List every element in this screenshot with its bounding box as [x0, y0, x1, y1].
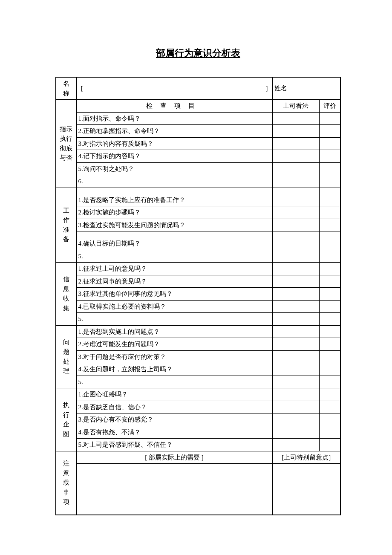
check-item: 1.征求过上司的意见吗？ — [76, 263, 272, 275]
boss-view-cell — [272, 313, 319, 326]
check-item: 1.面对指示、命令吗？ — [76, 112, 272, 125]
analysis-table: 名称[]姓名指示执行彻底与否检查项目上司看法评价1.面对指示、命令吗？2.正确地… — [55, 77, 341, 515]
check-item: 4.已取得实施上必要的资料吗？ — [76, 300, 272, 313]
eval-cell — [319, 376, 340, 388]
footer-right-body — [272, 464, 340, 515]
page-title: 部属行为意识分析表 — [55, 47, 341, 60]
boss-view-cell — [272, 231, 319, 250]
eval-cell — [319, 175, 340, 188]
eval-cell — [319, 231, 340, 250]
eval-cell — [319, 137, 340, 150]
eval-cell — [319, 439, 340, 451]
eval-cell — [319, 388, 340, 401]
check-item: 3.是否内心有不安的感觉？ — [76, 413, 272, 426]
eval-cell — [319, 413, 340, 426]
boss-view-cell — [272, 376, 319, 388]
footer-right-header: [上司特别留意点] — [272, 451, 340, 464]
check-item: 1.企图心旺盛吗？ — [76, 388, 272, 401]
check-item: 2.考虑过可能发生的问题吗？ — [76, 338, 272, 351]
eval-cell — [319, 125, 340, 138]
check-item: 5.询问不明之处吗？ — [76, 162, 272, 175]
eval-cell — [319, 112, 340, 125]
eval-cell — [319, 188, 340, 206]
eval-cell — [319, 150, 340, 163]
eval-cell — [319, 363, 340, 376]
boss-view-cell — [272, 325, 319, 338]
eval-cell — [319, 313, 340, 326]
boss-view-cell — [272, 219, 319, 231]
eval-cell — [319, 401, 340, 413]
boss-view-cell — [272, 439, 319, 451]
check-item: 4.发生问题时，立刻报告上司吗？ — [76, 363, 272, 376]
check-item: 3.对指示的内容有质疑吗？ — [76, 137, 272, 150]
check-item: 1.是否忽略了实施上应有的准备工作？ — [76, 188, 272, 206]
check-item: 6. — [76, 175, 272, 188]
check-item: 5.对上司是否感到怀疑、不信任？ — [76, 439, 272, 451]
boss-view-cell — [272, 300, 319, 313]
eval-cell — [319, 426, 340, 439]
boss-view-cell — [272, 175, 319, 188]
check-item: 2.检讨实施的步骤吗？ — [76, 206, 272, 219]
eval-cell — [319, 263, 340, 275]
check-item: 3.对于问题是否有应付的对策？ — [76, 350, 272, 363]
boss-view-cell — [272, 250, 319, 263]
boss-view-cell — [272, 350, 319, 363]
boss-view-cell — [272, 338, 319, 351]
section-label: 执行企图 — [56, 388, 76, 451]
eval-cell — [319, 338, 340, 351]
boss-view-cell — [272, 426, 319, 439]
footer-left-body — [76, 464, 272, 515]
boss-view-cell — [272, 275, 319, 288]
boss-view-cell — [272, 162, 319, 175]
boss-view-cell — [272, 188, 319, 206]
header-name-value: [] — [76, 77, 272, 100]
eval-cell — [319, 162, 340, 175]
boss-view-cell — [272, 125, 319, 138]
boss-view-cell — [272, 263, 319, 275]
check-item: 5. — [76, 250, 272, 263]
col-eval: 评价 — [319, 100, 340, 113]
eval-cell — [319, 219, 340, 231]
header-name-label: 名称 — [56, 77, 76, 100]
eval-cell — [319, 350, 340, 363]
header-person-label: 姓名 — [272, 77, 340, 100]
check-item: 5. — [76, 313, 272, 326]
eval-cell — [319, 325, 340, 338]
check-item: 1.是否想到实施上的问题点？ — [76, 325, 272, 338]
boss-view-cell — [272, 388, 319, 401]
check-item: 4.是否有抱怨、不满？ — [76, 426, 272, 439]
boss-view-cell — [272, 413, 319, 426]
check-item: 3.检查过实施可能发生问题的情况吗？ — [76, 219, 272, 231]
col-check: 检查项目 — [76, 100, 272, 113]
section-label: 信息收集 — [56, 263, 76, 326]
eval-cell — [319, 288, 340, 301]
check-item: 5. — [76, 376, 272, 388]
eval-cell — [319, 275, 340, 288]
footer-label: 注意载事项 — [56, 451, 76, 515]
check-item: 3.征求过其他单位同事的意见吗？ — [76, 288, 272, 301]
footer-left-header: [ 部属实际上的需要 ] — [76, 451, 272, 464]
check-item: 4.确认目标的日期吗？ — [76, 231, 272, 250]
boss-view-cell — [272, 112, 319, 125]
section-label: 指示执行彻底与否 — [56, 100, 76, 188]
boss-view-cell — [272, 206, 319, 219]
col-boss: 上司看法 — [272, 100, 319, 113]
boss-view-cell — [272, 288, 319, 301]
boss-view-cell — [272, 150, 319, 163]
boss-view-cell — [272, 363, 319, 376]
check-item: 4.记下指示的内容吗？ — [76, 150, 272, 163]
check-item: 2.是否缺乏自信、信心？ — [76, 401, 272, 413]
boss-view-cell — [272, 137, 319, 150]
document-page: 部属行为意识分析表 名称[]姓名指示执行彻底与否检查项目上司看法评价1.面对指示… — [0, 0, 392, 515]
check-item: 2.正确地掌握指示、命令吗？ — [76, 125, 272, 138]
eval-cell — [319, 250, 340, 263]
eval-cell — [319, 300, 340, 313]
check-item: 2.征求过同事的意见吗？ — [76, 275, 272, 288]
section-label: 问题处理 — [56, 325, 76, 388]
eval-cell — [319, 206, 340, 219]
section-label: 工作准备 — [56, 188, 76, 263]
boss-view-cell — [272, 401, 319, 413]
